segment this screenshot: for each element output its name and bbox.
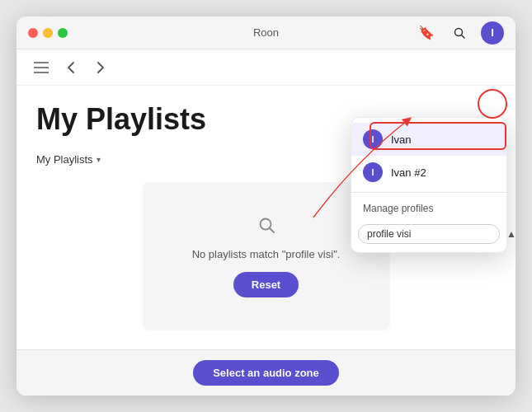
- minimize-button[interactable]: [43, 28, 53, 38]
- ivan2-label: Ivan #2: [391, 166, 426, 179]
- dropdown-divider: [351, 192, 506, 193]
- search-button[interactable]: [448, 21, 471, 44]
- filter-chevron-icon: ▾: [97, 155, 101, 164]
- audio-zone-button[interactable]: Select an audio zone: [193, 360, 339, 386]
- svg-line-1: [462, 35, 465, 38]
- avatar-button[interactable]: I: [481, 21, 504, 44]
- empty-message: No playlists match "profile visi".: [192, 248, 341, 260]
- titlebar: Roon 🔖 I: [16, 16, 516, 49]
- menu-button[interactable]: [30, 56, 53, 79]
- empty-search-icon: [257, 215, 276, 240]
- manage-profiles-link[interactable]: Manage profiles: [351, 196, 506, 221]
- profile-search-input[interactable]: [358, 224, 500, 244]
- titlebar-actions: 🔖 I: [415, 21, 504, 44]
- close-button[interactable]: [28, 28, 38, 38]
- profile-dropdown: I Ivan I Ivan #2 Manage profiles ▲: [351, 117, 507, 253]
- traffic-lights: [28, 28, 68, 38]
- maximize-button[interactable]: [58, 28, 68, 38]
- profile-ivan2-item[interactable]: I Ivan #2: [351, 156, 506, 189]
- profile-search-row: ▲: [351, 221, 506, 247]
- filter-dropdown[interactable]: My Playlists ▾: [36, 153, 101, 166]
- filter-label: My Playlists: [36, 153, 93, 166]
- svg-line-6: [270, 228, 274, 232]
- back-button[interactable]: [59, 56, 82, 79]
- ivan2-avatar: I: [363, 162, 383, 182]
- forward-button[interactable]: [89, 56, 112, 79]
- reset-button[interactable]: Reset: [233, 272, 299, 297]
- bottombar: Select an audio zone: [16, 349, 516, 396]
- profile-ivan-item[interactable]: I Ivan: [351, 123, 506, 156]
- main-window: Roon 🔖 I: [16, 16, 516, 396]
- content-area: My Playlists My Playlists ▾ By name ▾ No…: [16, 86, 516, 349]
- ivan-label: Ivan: [391, 133, 412, 146]
- window-title: Roon: [253, 26, 279, 39]
- ivan-avatar: I: [363, 129, 383, 149]
- bookmark-button[interactable]: 🔖: [415, 21, 438, 44]
- navbar: [16, 49, 516, 86]
- search-collapse-button[interactable]: ▲: [503, 227, 516, 241]
